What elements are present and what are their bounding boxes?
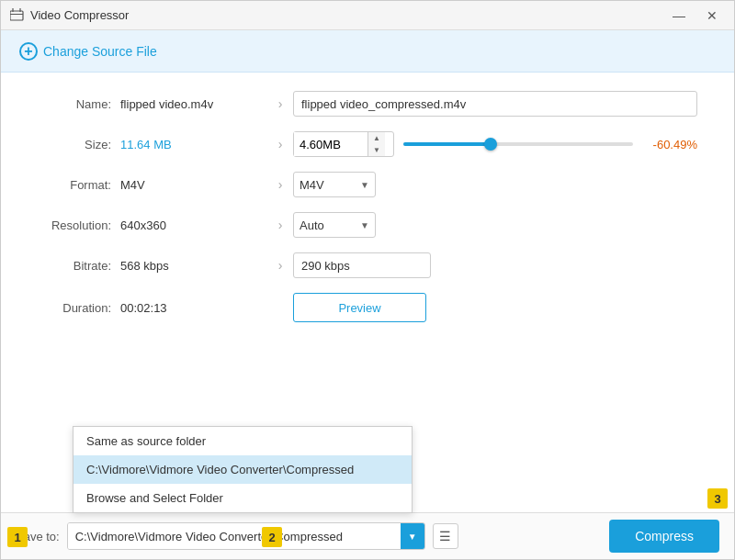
minimize-button[interactable]: — bbox=[666, 6, 692, 26]
name-source-value: flipped video.m4v bbox=[120, 97, 267, 111]
name-label: Name: bbox=[38, 97, 120, 111]
resolution-select-value: Auto bbox=[300, 218, 355, 232]
badge-1: 1 bbox=[7, 527, 28, 547]
name-target-input[interactable] bbox=[293, 91, 697, 117]
name-arrow-icon: › bbox=[267, 96, 293, 111]
resolution-row: Resolution: 640x360 › Auto ▼ bbox=[38, 212, 697, 238]
add-circle-icon: + bbox=[19, 42, 38, 61]
format-select-value: M4V bbox=[300, 178, 355, 192]
format-row: Format: M4V › M4V ▼ bbox=[38, 172, 697, 197]
size-row: Size: 11.64 MB › ▲ ▼ -60.49% bbox=[38, 131, 697, 157]
bitrate-source-value: 568 kbps bbox=[120, 259, 267, 273]
change-source-label: Change Source File bbox=[43, 44, 157, 59]
dropdown-item-compressed[interactable]: C:\Vidmore\Vidmore Video Converter\Compr… bbox=[74, 455, 412, 484]
resolution-source-value: 640x360 bbox=[120, 218, 267, 232]
save-path-dropdown-menu: Same as source folder C:\Vidmore\Vidmore… bbox=[73, 426, 413, 513]
svg-rect-0 bbox=[10, 11, 23, 20]
badge-2: 2 bbox=[262, 527, 282, 547]
name-row: Name: flipped video.m4v › bbox=[38, 91, 697, 117]
toolbar: + Change Source File bbox=[1, 30, 734, 73]
save-path-wrap: ▼ bbox=[67, 522, 425, 550]
browse-icon: ☰ bbox=[439, 529, 451, 543]
size-arrow-icon: › bbox=[267, 137, 293, 151]
preview-button[interactable]: Preview bbox=[293, 293, 426, 322]
size-label: Size: bbox=[38, 138, 120, 151]
change-source-button[interactable]: + Change Source File bbox=[14, 39, 163, 64]
size-slider[interactable] bbox=[403, 142, 633, 146]
format-target-wrap: M4V ▼ bbox=[293, 172, 697, 197]
save-browse-button[interactable]: ☰ bbox=[433, 523, 458, 549]
save-path-dropdown-button[interactable]: ▼ bbox=[401, 523, 424, 549]
duration-target-wrap: Preview bbox=[293, 293, 697, 322]
dropdown-item-same-source[interactable]: Same as source folder bbox=[74, 427, 412, 455]
app-window: Video Compressor — ✕ + Change Source Fil… bbox=[0, 0, 735, 560]
resolution-chevron-icon: ▼ bbox=[360, 220, 369, 230]
save-path-input[interactable] bbox=[68, 523, 401, 549]
slider-fill bbox=[403, 142, 491, 146]
resolution-arrow-icon: › bbox=[267, 218, 293, 232]
compress-button[interactable]: Compress bbox=[609, 520, 719, 553]
dropdown-item-browse[interactable]: Browse and Select Folder bbox=[74, 484, 412, 512]
bitrate-input[interactable] bbox=[293, 252, 431, 278]
resolution-select[interactable]: Auto ▼ bbox=[293, 212, 376, 238]
duration-label: Duration: bbox=[38, 301, 120, 315]
size-target-wrap: ▲ ▼ -60.49% bbox=[293, 131, 697, 157]
size-spin-down[interactable]: ▼ bbox=[368, 144, 385, 156]
format-source-value: M4V bbox=[120, 178, 267, 192]
slider-thumb[interactable] bbox=[484, 138, 497, 151]
badge-3: 3 bbox=[707, 488, 728, 509]
size-spinner: ▲ ▼ bbox=[368, 132, 385, 156]
close-button[interactable]: ✕ bbox=[699, 6, 725, 26]
bitrate-arrow-icon: › bbox=[267, 258, 293, 273]
resolution-target-wrap: Auto ▼ bbox=[293, 212, 697, 238]
window-controls: — ✕ bbox=[666, 6, 725, 26]
size-spin-up[interactable]: ▲ bbox=[368, 132, 385, 144]
size-pct-label: -60.49% bbox=[642, 138, 697, 151]
format-label: Format: bbox=[38, 178, 120, 192]
format-chevron-icon: ▼ bbox=[360, 180, 369, 190]
bottom-bar: Save to: ▼ ☰ Same as source folder C:\Vi… bbox=[1, 512, 734, 559]
size-input-wrap: ▲ ▼ bbox=[293, 131, 394, 157]
bitrate-label: Bitrate: bbox=[38, 259, 120, 273]
title-bar: Video Compressor — ✕ bbox=[1, 1, 734, 30]
size-input[interactable] bbox=[294, 132, 368, 156]
app-icon bbox=[10, 8, 25, 23]
size-source-value: 11.64 MB bbox=[120, 138, 267, 151]
resolution-label: Resolution: bbox=[38, 218, 120, 232]
format-select[interactable]: M4V ▼ bbox=[293, 172, 376, 197]
duration-row: Duration: 00:02:13 Preview bbox=[38, 293, 697, 322]
bitrate-row: Bitrate: 568 kbps › bbox=[38, 252, 697, 278]
format-arrow-icon: › bbox=[267, 177, 293, 192]
window-title: Video Compressor bbox=[30, 8, 666, 22]
duration-source-value: 00:02:13 bbox=[120, 301, 267, 315]
name-target-wrap bbox=[293, 91, 697, 117]
size-slider-wrap: -60.49% bbox=[403, 138, 697, 151]
bitrate-target-wrap bbox=[293, 252, 697, 278]
